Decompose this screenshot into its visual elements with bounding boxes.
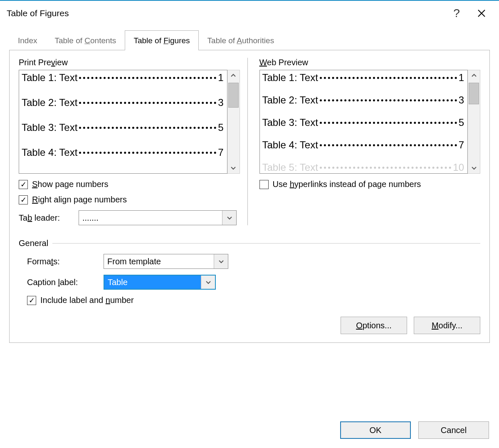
help-icon: ? [453,7,460,20]
formats-row: Formats: From template [27,254,480,269]
tab-leader-value: ....... [79,211,222,225]
general-section: Formats: From template Caption label: Ta… [19,254,480,305]
chevron-down-icon [205,279,212,286]
right-align-page-numbers-checkbox[interactable]: Right align page numbers [19,195,240,204]
dropdown-arrow [214,254,228,268]
previews: Print Preview Table 1: Text1 Table 2: Te… [19,58,480,225]
tab-leader-select[interactable]: ....... [79,210,237,225]
caption-label-row: Caption label: Table [27,275,480,290]
chevron-down-icon [230,165,237,171]
tab-panel: Print Preview Table 1: Text1 Table 2: Te… [9,50,490,343]
chevron-down-icon [471,165,477,171]
titlebar: Table of Figures ? [0,1,499,26]
print-preview-label: Print Preview [19,58,240,67]
table-row: Table 3: Text5 [22,122,224,133]
modify-button[interactable]: Modify... [414,317,480,334]
secondary-actions: Options... Modify... [19,317,480,334]
tab-index[interactable]: Index [9,30,46,50]
dialog-content: Index Table of Contents Table of Figures… [0,26,499,412]
ok-button[interactable]: OK [340,421,411,439]
general-header: General [19,239,480,248]
dialog-table-of-figures: Table of Figures ? Index Table of Conten… [0,0,499,448]
help-button[interactable]: ? [444,5,469,22]
include-label-number-checkbox[interactable]: Include label and number [27,295,480,305]
scroll-up-button[interactable] [468,70,480,81]
table-row: Table 5: Text10 [262,162,464,173]
use-hyperlinks-checkbox[interactable]: Use hyperlinks instead of page numbers [259,180,481,189]
scroll-thumb[interactable] [469,83,479,104]
cancel-button[interactable]: Cancel [418,421,489,439]
scroll-down-button[interactable] [468,162,480,173]
scroll-down-button[interactable] [227,162,240,173]
scroll-track[interactable] [468,81,480,162]
caption-label-label: Caption label: [27,278,98,287]
scroll-thumb[interactable] [228,83,239,108]
tab-table-of-authorities[interactable]: Table of Authorities [199,30,283,50]
print-preview-scrollbar[interactable] [227,70,240,174]
caption-label-value: Table [104,276,201,289]
show-page-numbers-checkbox[interactable]: Show page numbers [19,180,240,189]
formats-value: From template [104,254,214,268]
tab-leader-row: Tab leader: ....... [19,210,240,225]
scroll-up-button[interactable] [227,70,240,81]
options-button[interactable]: Options... [341,317,407,334]
chevron-up-icon [471,72,477,79]
dialog-title: Table of Figures [7,8,444,18]
scroll-track[interactable] [227,81,240,162]
dropdown-arrow [222,211,236,225]
checkbox-icon [19,195,28,204]
formats-select[interactable]: From template [104,254,228,269]
tab-table-of-contents[interactable]: Table of Contents [46,30,125,50]
chevron-down-icon [218,258,225,265]
table-row: Table 1: Text1 [22,72,224,84]
close-button[interactable] [469,5,494,22]
web-preview-label: Web Preview [259,58,481,67]
table-row: Table 3: Text5 [262,117,464,128]
print-preview-box: Table 1: Text1 Table 2: Text3 Table 3: T… [19,70,227,174]
dialog-footer: OK Cancel [0,412,499,448]
close-icon [477,8,487,18]
table-row: Table 4: Text7 [262,139,464,151]
checkbox-icon [19,180,28,189]
tab-table-of-figures[interactable]: Table of Figures [125,30,198,50]
table-row: Table 4: Text7 [22,147,224,158]
table-row: Table 1: Text1 [262,72,464,84]
tab-leader-label: Tab leader: [19,213,73,223]
dropdown-arrow [201,276,215,289]
formats-label: Formats: [27,257,98,266]
chevron-down-icon [226,214,233,221]
print-preview-column: Print Preview Table 1: Text1 Table 2: Te… [19,58,248,225]
chevron-up-icon [230,72,237,79]
checkbox-icon [27,296,36,305]
checkbox-icon [259,180,269,189]
web-preview-scrollbar[interactable] [468,70,480,174]
tab-bar: Index Table of Contents Table of Figures… [9,30,490,50]
web-preview-box: Table 1: Text1 Table 2: Text3 Table 3: T… [259,70,468,174]
web-preview-column: Web Preview Table 1: Text1 Table 2: Text… [259,58,481,225]
caption-label-select[interactable]: Table [104,275,216,290]
table-row: Table 2: Text3 [22,97,224,108]
table-row: Table 2: Text3 [262,94,464,106]
